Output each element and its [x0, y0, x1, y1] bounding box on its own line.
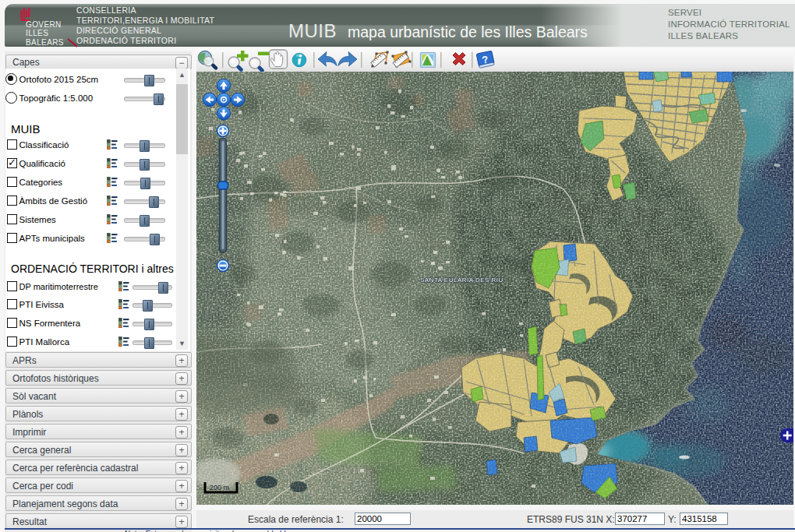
svg-text:SANTA EULÀRIA DES RIU: SANTA EULÀRIA DES RIU — [420, 277, 504, 284]
svg-text:200 m: 200 m — [210, 484, 229, 491]
